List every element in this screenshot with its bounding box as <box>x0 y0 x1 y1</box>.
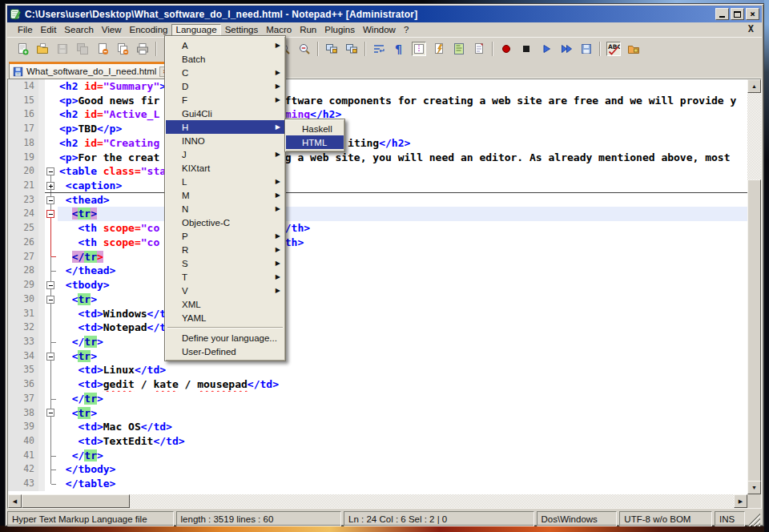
menu-item-user-defined[interactable]: User-Defined <box>166 345 284 358</box>
menubar-item-view[interactable]: View <box>98 24 126 36</box>
fold-margin[interactable] <box>45 250 58 264</box>
bookmark-margin[interactable] <box>38 122 45 136</box>
code-line-29[interactable]: 29 <tbody> <box>8 278 747 292</box>
menu-item-yaml[interactable]: YAML <box>166 311 284 324</box>
code-line-30[interactable]: 30 <tr> <box>8 292 747 307</box>
fold-collapse-icon[interactable] <box>46 210 54 218</box>
bookmark-margin[interactable] <box>38 264 45 278</box>
fold-margin[interactable] <box>45 136 58 151</box>
bookmark-margin[interactable] <box>38 292 45 307</box>
bookmark-margin[interactable] <box>38 462 45 477</box>
bookmark-margin[interactable] <box>38 236 45 250</box>
menubar-item-macro[interactable]: Macro <box>262 24 296 36</box>
code-line-17[interactable]: 17<p>TBD</p> <box>8 122 747 136</box>
macro-record-button[interactable] <box>499 42 513 56</box>
code-line-36[interactable]: 36 <td>gedit / kate / mousepad</td> <box>8 377 747 392</box>
macro-play-button[interactable] <box>539 42 554 56</box>
code-line-33[interactable]: 33 </tr> <box>8 335 747 349</box>
fold-margin[interactable] <box>45 307 58 321</box>
close-all-button[interactable] <box>115 42 130 56</box>
menu-item-define-your-language-[interactable]: Define your language... <box>166 331 284 345</box>
code-line-32[interactable]: 32 <td>Notepad</td> <box>8 320 747 335</box>
bookmark-margin[interactable] <box>38 107 45 122</box>
bookmark-margin[interactable] <box>38 207 45 221</box>
scroll-left-button[interactable]: ◀ <box>8 494 22 508</box>
close-file-button[interactable] <box>95 42 110 56</box>
menu-item-r[interactable]: R▶ <box>166 243 284 256</box>
vertical-scroll-thumb[interactable] <box>747 179 761 482</box>
fold-collapse-icon[interactable] <box>46 409 54 417</box>
new-file-button[interactable] <box>15 42 30 56</box>
menu-item-d[interactable]: D▶ <box>166 79 284 93</box>
code-line-24[interactable]: 24 <tr> <box>8 207 747 221</box>
menubar-item-?[interactable]: ? <box>400 24 413 36</box>
fold-margin[interactable] <box>45 434 58 449</box>
macro-stop-button[interactable] <box>519 42 533 56</box>
code-line-25[interactable]: 25 <th scope="co /th> <box>8 221 747 236</box>
sync-horizontal-button[interactable] <box>344 42 359 56</box>
fold-margin[interactable] <box>45 193 58 208</box>
menu-item-html[interactable]: HTML <box>286 135 344 149</box>
fold-margin[interactable] <box>45 349 58 364</box>
spell-check-button[interactable]: ABC <box>606 42 621 56</box>
fold-margin[interactable] <box>45 462 58 477</box>
code-line-40[interactable]: 40 <td>TextEdit</td> <box>8 434 747 449</box>
bookmark-margin[interactable] <box>38 449 45 463</box>
menu-item-gui4cli[interactable]: Gui4Cli <box>166 107 284 120</box>
maximize-button[interactable] <box>731 8 744 20</box>
fold-margin[interactable] <box>45 477 58 491</box>
code-line-34[interactable]: 34 <tr> <box>8 349 747 364</box>
bookmark-margin[interactable] <box>38 94 45 108</box>
menu-item-kixtart[interactable]: KIXtart <box>166 161 284 175</box>
bookmark-margin[interactable] <box>38 406 45 421</box>
show-all-characters-button[interactable]: ¶ <box>392 42 406 56</box>
fold-collapse-icon[interactable] <box>46 196 54 204</box>
code-line-18[interactable]: 18<h2 id="Creating iting</h2> <box>8 136 747 151</box>
fold-margin[interactable] <box>45 292 58 307</box>
menubar-item-settings[interactable]: Settings <box>221 24 263 36</box>
bookmark-margin[interactable] <box>38 320 45 335</box>
fold-collapse-icon[interactable] <box>46 296 54 304</box>
menu-item-m[interactable]: M▶ <box>166 188 284 202</box>
indent-guide-button[interactable] <box>412 42 426 56</box>
fold-margin[interactable] <box>45 107 58 122</box>
menubar-item-edit[interactable]: Edit <box>37 24 61 36</box>
code-line-15[interactable]: 15<p>Good news fir ftware components for… <box>8 94 747 108</box>
document-switcher-button[interactable] <box>472 42 486 56</box>
resize-grip[interactable] <box>747 514 760 526</box>
bookmark-margin[interactable] <box>38 434 45 449</box>
menubar-item-plugins[interactable]: Plugins <box>320 24 359 36</box>
horizontal-scroll-thumb[interactable] <box>22 494 130 508</box>
document-map-button[interactable] <box>452 42 466 56</box>
menu-item-batch[interactable]: Batch <box>166 52 284 66</box>
tab-what-software-do-i-need[interactable]: What_software_do_I_need.html ✕ <box>9 62 175 79</box>
horizontal-scrollbar[interactable]: ◀ ▶ <box>8 494 747 508</box>
menu-item-l[interactable]: L▶ <box>166 175 284 188</box>
code-line-16[interactable]: 16<h2 id="Active_L ming</h2> <box>8 107 747 122</box>
menu-item-h[interactable]: H▶ <box>166 120 284 134</box>
menu-item-j[interactable]: J▶ <box>166 147 284 161</box>
fold-margin[interactable] <box>45 377 58 392</box>
document-close-x[interactable]: X <box>748 23 754 34</box>
fold-margin[interactable] <box>45 335 58 349</box>
fold-margin[interactable] <box>45 122 58 136</box>
fold-margin[interactable] <box>45 320 58 335</box>
menu-item-a[interactable]: A▶ <box>166 38 284 52</box>
menu-item-c[interactable]: C▶ <box>166 66 284 79</box>
fold-margin[interactable] <box>45 264 58 278</box>
fold-margin[interactable] <box>45 164 58 179</box>
bookmark-margin[interactable] <box>38 477 45 491</box>
bookmark-margin[interactable] <box>38 349 45 364</box>
menu-item-t[interactable]: T▶ <box>166 270 284 284</box>
open-file-button[interactable] <box>35 42 50 56</box>
scroll-right-button[interactable]: ▶ <box>734 494 747 508</box>
menu-item-n[interactable]: N▶ <box>166 202 284 216</box>
macro-run-multiple-button[interactable] <box>559 42 574 56</box>
code-line-39[interactable]: 39 <td>Mac OS</td> <box>8 420 747 434</box>
scroll-up-button[interactable]: ▲ <box>747 79 761 93</box>
code-line-31[interactable]: 31 <td>Windows</td> <box>8 307 747 321</box>
fold-margin[interactable] <box>45 151 58 165</box>
fold-collapse-icon[interactable] <box>46 167 54 175</box>
bookmark-margin[interactable] <box>38 363 45 377</box>
code-line-28[interactable]: 28 </thead> <box>8 264 747 278</box>
